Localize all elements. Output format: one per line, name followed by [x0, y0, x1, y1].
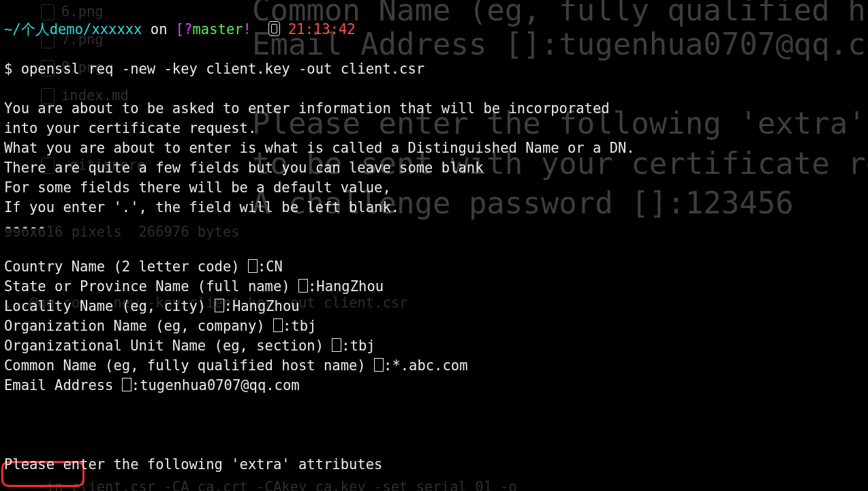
dn-field-line: Organization Name (eg, company) :tbj	[4, 316, 864, 336]
output-line: You are about to be asked to enter infor…	[4, 99, 864, 119]
placeholder-box-icon	[298, 279, 308, 293]
output-line: -----	[4, 218, 864, 237]
prompt-time: 21:13:42	[288, 21, 356, 38]
dn-field-line: Organizational Unit Name (eg, section) :…	[4, 336, 864, 356]
prompt-line-1: ~/个人demo/xxxxxx on [?master! 21:13:42	[4, 20, 864, 40]
placeholder-box-icon	[215, 299, 224, 312]
dn-field-line: Locality Name (eg, city) :HangZhou	[4, 297, 864, 316]
clock-icon	[268, 21, 280, 36]
output-line: into your certificate request.	[4, 119, 864, 138]
output-line: For some fields there will be a default …	[4, 178, 864, 198]
dn-field-line: Country Name (2 letter code) :CN	[4, 257, 864, 277]
placeholder-box-icon	[374, 358, 384, 372]
extra-heading: Please enter the following 'extra' attri…	[4, 455, 864, 475]
output-line: If you enter '.', the field will be left…	[4, 198, 864, 218]
terminal-output[interactable]: ~/个人demo/xxxxxx on [?master! 21:13:42 $ …	[0, 0, 868, 491]
placeholder-box-icon	[248, 259, 258, 273]
output-line: What you are about to enter is what is c…	[4, 138, 864, 158]
placeholder-box-icon	[122, 378, 131, 391]
dn-field-line: Email Address :tugenhua0707@qq.com	[4, 376, 864, 396]
placeholder-box-icon	[332, 338, 341, 352]
output-line: There are quite a few fields but you can…	[4, 158, 864, 178]
git-bang: !	[243, 21, 251, 38]
command-openssl-req: $ openssl req -new -key client.key -out …	[4, 59, 864, 79]
git-branch: master	[193, 21, 243, 38]
prompt-brackets: [?	[176, 21, 193, 38]
dn-field-line: State or Province Name (full name) :Hang…	[4, 277, 864, 297]
prompt-path: ~/个人demo/xxxxxx	[4, 21, 142, 38]
placeholder-box-icon	[273, 318, 283, 332]
dn-field-line: Common Name (eg, fully qualified host na…	[4, 356, 864, 376]
